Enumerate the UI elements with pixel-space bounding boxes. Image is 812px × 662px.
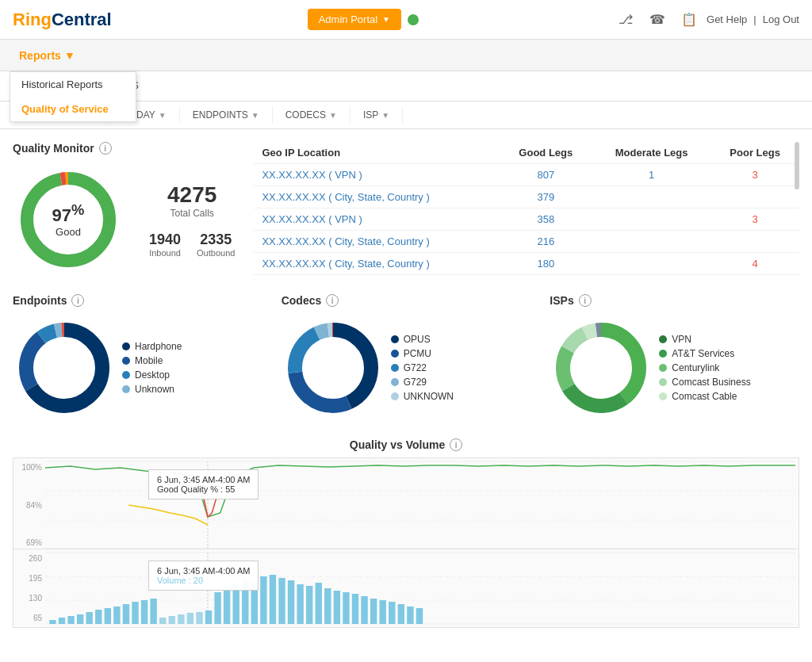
quality-geo-row: Quality Monitor i (13, 142, 799, 275)
legend-item: Desktop (122, 369, 182, 381)
svg-rect-42 (123, 604, 129, 624)
svg-rect-43 (132, 602, 138, 624)
isps-info-icon[interactable]: i (579, 294, 592, 307)
quality-vs-volume-section: Quality vs Volume i 100% 84% 69% (13, 438, 799, 628)
filter-isp[interactable]: ISP ▼ (350, 106, 403, 124)
svg-rect-54 (233, 584, 239, 624)
legend-label: Comcast Cable (672, 391, 737, 402)
total-calls-number: 4275 (149, 182, 235, 208)
svg-rect-45 (150, 599, 156, 624)
phone-icon[interactable]: ☎ (646, 9, 668, 31)
codecs-chart-row: OPUSPCMUG722G729UNKNOWN (282, 316, 531, 419)
svg-rect-47 (169, 616, 175, 624)
total-calls-label: Total Calls (149, 208, 235, 219)
legend-label: AT&T Services (672, 348, 734, 359)
quality-monitor-section: Quality Monitor i (13, 142, 235, 275)
svg-rect-62 (306, 586, 312, 624)
filter-codecs[interactable]: CODECS ▼ (273, 106, 350, 124)
dropdown-historical[interactable]: Historical Reports (10, 72, 136, 97)
scrollbar[interactable] (795, 142, 799, 189)
svg-rect-55 (242, 580, 248, 624)
legend-label: PCMU (404, 348, 431, 359)
svg-rect-71 (389, 602, 395, 624)
geo-ip-table: Geo IP Location Good Legs Moderate Legs … (254, 142, 799, 275)
status-dot-icon (408, 14, 419, 25)
svg-rect-52 (214, 592, 220, 624)
legend-item: Hardphone (122, 341, 182, 352)
legend-label: OPUS (404, 334, 431, 345)
outbound-stat: 2335 Outbound (197, 232, 235, 258)
filter-endpoints[interactable]: ENDPOINTS ▼ (180, 106, 273, 124)
svg-rect-72 (398, 604, 404, 624)
isps-donut (550, 316, 653, 419)
qvv-title: Quality vs Volume i (13, 438, 799, 451)
svg-rect-35 (59, 618, 65, 624)
legend-label: G729 (404, 377, 427, 388)
filter-isp-arrow-icon: ▼ (381, 111, 389, 120)
quality-percent: 97 (52, 205, 71, 225)
svg-rect-60 (288, 580, 294, 624)
network-icon[interactable]: ⎇ (615, 9, 637, 31)
geo-moderate-count: 1 (649, 169, 654, 181)
svg-rect-59 (278, 578, 285, 624)
legend-dot-icon (122, 342, 130, 350)
volume-chart-body: 6 Jun, 3:45 AM-4:00 AM Volume : 20 (45, 553, 795, 624)
geo-location-link[interactable]: XX.XX.XX.XX ( City, State, Country ) (262, 235, 429, 247)
geo-good-count: 216 (537, 235, 554, 247)
legend-dot-icon (122, 357, 130, 365)
isps-title: ISPs i (550, 294, 799, 307)
legend-item: UNKNOWN (391, 391, 454, 402)
legend-item: Unknown (122, 384, 182, 395)
legend-label: UNKNOWN (404, 391, 454, 402)
geo-location-link[interactable]: XX.XX.XX.XX ( VPN ) (262, 213, 362, 225)
geo-location-link[interactable]: XX.XX.XX.XX ( VPN ) (262, 169, 362, 181)
svg-point-23 (572, 339, 630, 397)
logo-ring: Ring (13, 10, 52, 29)
svg-rect-65 (334, 591, 340, 624)
quality-chart: 100% 84% 69% (17, 461, 795, 549)
qvv-info-icon[interactable]: i (450, 438, 462, 451)
charts-row: Endpoints i HardphoneMobileDesktopUnknow… (13, 294, 799, 419)
legend-label: Desktop (135, 369, 170, 381)
codecs-legend: OPUSPCMUG722G729UNKNOWN (391, 334, 454, 402)
legend-item: PCMU (391, 348, 454, 359)
legend-dot-icon (391, 392, 399, 400)
svg-rect-36 (67, 616, 74, 624)
main-content: Quality Monitor i (0, 129, 812, 641)
geo-location-link[interactable]: XX.XX.XX.XX ( City, State, Country ) (262, 191, 429, 203)
inbound-number: 1940 (149, 232, 181, 248)
table-row: XX.XX.XX.XX ( VPN ) 807 1 3 (254, 164, 799, 186)
legend-item: Comcast Business (659, 377, 750, 388)
quality-donut-center: 97% Good (52, 201, 85, 238)
svg-rect-73 (407, 607, 413, 624)
dropdown-quality[interactable]: Quality of Service (10, 97, 136, 121)
table-row: XX.XX.XX.XX ( City, State, Country ) 216 (254, 231, 799, 253)
reports-button[interactable]: Reports ▼ (13, 46, 82, 65)
quality-monitor-info-icon[interactable]: i (99, 142, 112, 155)
svg-rect-38 (86, 612, 93, 624)
geo-col-poor: Poor Legs (710, 142, 799, 164)
geo-good-count: 379 (537, 191, 554, 203)
admin-portal-button[interactable]: Admin Portal ▼ (308, 9, 401, 30)
volume-chart-container: 260 195 130 65 (13, 549, 799, 628)
navbar: Reports ▼ Historical Reports Quality of … (0, 40, 812, 71)
log-out-link[interactable]: Log Out (763, 13, 799, 25)
endpoints-info-icon[interactable]: i (71, 294, 84, 307)
geo-location-link[interactable]: XX.XX.XX.XX ( City, State, Country ) (262, 258, 429, 270)
svg-rect-74 (416, 608, 423, 624)
header-right: ⎇ ☎ 📋 Get Help | Log Out (615, 9, 799, 31)
message-icon[interactable]: 📋 (678, 9, 700, 31)
svg-rect-53 (224, 588, 230, 624)
logo-central: Central (52, 10, 112, 29)
geo-col-moderate: Moderate Legs (592, 142, 710, 164)
legend-label: Comcast Business (672, 377, 750, 388)
legend-item: G722 (391, 362, 454, 373)
svg-rect-67 (352, 594, 358, 624)
legend-label: Unknown (135, 384, 174, 395)
endpoints-section: Endpoints i HardphoneMobileDesktopUnknow… (13, 294, 262, 419)
get-help-link[interactable]: Get Help (707, 13, 747, 25)
svg-rect-34 (49, 620, 56, 624)
codecs-info-icon[interactable]: i (326, 294, 339, 307)
svg-rect-66 (343, 592, 349, 624)
legend-label: G722 (404, 362, 427, 373)
